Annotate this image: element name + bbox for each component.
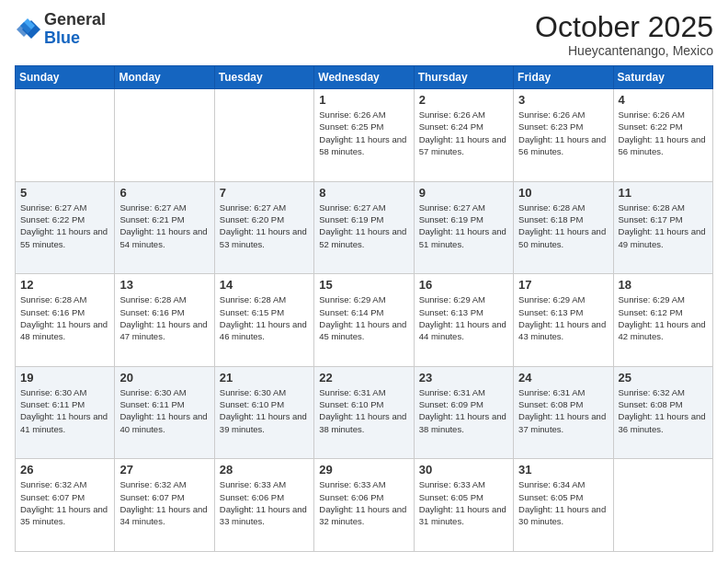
calendar-week-row: 5Sunrise: 6:27 AM Sunset: 6:22 PM Daylig…	[16, 181, 713, 274]
title-block: October 2025 Hueycantenango, Mexico	[535, 11, 713, 58]
day-number: 25	[619, 371, 708, 385]
table-row: 3Sunrise: 6:26 AM Sunset: 6:23 PM Daylig…	[514, 89, 613, 182]
table-row: 10Sunrise: 6:28 AM Sunset: 6:18 PM Dayli…	[514, 181, 613, 274]
table-row: 12Sunrise: 6:28 AM Sunset: 6:16 PM Dayli…	[16, 274, 115, 367]
table-row: 18Sunrise: 6:29 AM Sunset: 6:12 PM Dayli…	[613, 274, 712, 367]
day-info: Sunrise: 6:27 AM Sunset: 6:22 PM Dayligh…	[20, 201, 109, 250]
day-info: Sunrise: 6:31 AM Sunset: 6:08 PM Dayligh…	[518, 386, 608, 435]
day-number: 18	[619, 278, 708, 292]
day-number: 30	[419, 463, 508, 477]
day-number: 13	[119, 278, 209, 292]
day-info: Sunrise: 6:31 AM Sunset: 6:10 PM Dayligh…	[319, 386, 408, 435]
table-row: 24Sunrise: 6:31 AM Sunset: 6:08 PM Dayli…	[514, 366, 613, 459]
table-row: 14Sunrise: 6:28 AM Sunset: 6:15 PM Dayli…	[214, 274, 313, 367]
table-row	[613, 459, 712, 552]
day-info: Sunrise: 6:29 AM Sunset: 6:12 PM Dayligh…	[619, 293, 708, 342]
day-info: Sunrise: 6:26 AM Sunset: 6:23 PM Dayligh…	[518, 109, 608, 157]
table-row: 21Sunrise: 6:30 AM Sunset: 6:10 PM Dayli…	[214, 366, 313, 459]
day-number: 21	[220, 371, 309, 385]
table-row: 23Sunrise: 6:31 AM Sunset: 6:09 PM Dayli…	[414, 366, 513, 459]
day-info: Sunrise: 6:33 AM Sunset: 6:06 PM Dayligh…	[319, 478, 408, 527]
col-wednesday: Wednesday	[314, 66, 414, 89]
table-row: 20Sunrise: 6:30 AM Sunset: 6:11 PM Dayli…	[115, 366, 214, 459]
day-number: 24	[518, 371, 608, 385]
table-row: 9Sunrise: 6:27 AM Sunset: 6:19 PM Daylig…	[414, 181, 513, 274]
day-number: 15	[319, 278, 408, 292]
day-number: 23	[419, 371, 508, 385]
calendar-page: General Blue October 2025 Hueycantenango…	[0, 0, 728, 563]
day-number: 8	[319, 186, 408, 200]
day-number: 4	[619, 93, 708, 107]
day-info: Sunrise: 6:28 AM Sunset: 6:16 PM Dayligh…	[119, 293, 209, 342]
day-number: 20	[119, 371, 209, 385]
day-info: Sunrise: 6:30 AM Sunset: 6:11 PM Dayligh…	[119, 386, 209, 435]
page-header: General Blue October 2025 Hueycantenango…	[15, 11, 713, 58]
day-info: Sunrise: 6:26 AM Sunset: 6:22 PM Dayligh…	[619, 109, 708, 157]
col-friday: Friday	[514, 66, 613, 89]
table-row: 7Sunrise: 6:27 AM Sunset: 6:20 PM Daylig…	[214, 181, 313, 274]
col-saturday: Saturday	[613, 66, 712, 89]
logo: General Blue	[15, 11, 106, 48]
day-number: 14	[220, 278, 309, 292]
logo-blue-text: Blue	[44, 29, 80, 47]
day-info: Sunrise: 6:30 AM Sunset: 6:11 PM Dayligh…	[20, 386, 109, 435]
col-sunday: Sunday	[16, 66, 115, 89]
table-row: 22Sunrise: 6:31 AM Sunset: 6:10 PM Dayli…	[314, 366, 414, 459]
table-row: 8Sunrise: 6:27 AM Sunset: 6:19 PM Daylig…	[314, 181, 414, 274]
calendar-table: Sunday Monday Tuesday Wednesday Thursday…	[15, 65, 713, 552]
table-row: 29Sunrise: 6:33 AM Sunset: 6:06 PM Dayli…	[314, 459, 414, 552]
day-number: 12	[20, 278, 109, 292]
table-row: 4Sunrise: 6:26 AM Sunset: 6:22 PM Daylig…	[613, 89, 712, 182]
day-info: Sunrise: 6:27 AM Sunset: 6:19 PM Dayligh…	[419, 201, 508, 250]
table-row: 16Sunrise: 6:29 AM Sunset: 6:13 PM Dayli…	[414, 274, 513, 367]
table-row: 15Sunrise: 6:29 AM Sunset: 6:14 PM Dayli…	[314, 274, 414, 367]
table-row: 17Sunrise: 6:29 AM Sunset: 6:13 PM Dayli…	[514, 274, 613, 367]
day-info: Sunrise: 6:27 AM Sunset: 6:20 PM Dayligh…	[220, 201, 309, 250]
table-row: 19Sunrise: 6:30 AM Sunset: 6:11 PM Dayli…	[16, 366, 115, 459]
table-row: 6Sunrise: 6:27 AM Sunset: 6:21 PM Daylig…	[115, 181, 214, 274]
table-row: 13Sunrise: 6:28 AM Sunset: 6:16 PM Dayli…	[115, 274, 214, 367]
day-number: 11	[619, 186, 708, 200]
day-info: Sunrise: 6:26 AM Sunset: 6:25 PM Dayligh…	[319, 109, 408, 157]
day-info: Sunrise: 6:32 AM Sunset: 6:08 PM Dayligh…	[619, 386, 708, 435]
day-number: 19	[20, 371, 109, 385]
day-number: 29	[319, 463, 408, 477]
table-row: 28Sunrise: 6:33 AM Sunset: 6:06 PM Dayli…	[214, 459, 313, 552]
table-row: 5Sunrise: 6:27 AM Sunset: 6:22 PM Daylig…	[16, 181, 115, 274]
day-info: Sunrise: 6:32 AM Sunset: 6:07 PM Dayligh…	[20, 478, 109, 527]
day-number: 2	[419, 93, 508, 107]
table-row: 1Sunrise: 6:26 AM Sunset: 6:25 PM Daylig…	[314, 89, 414, 182]
day-info: Sunrise: 6:26 AM Sunset: 6:24 PM Dayligh…	[419, 109, 508, 157]
table-row: 11Sunrise: 6:28 AM Sunset: 6:17 PM Dayli…	[613, 181, 712, 274]
calendar-header-row: Sunday Monday Tuesday Wednesday Thursday…	[16, 66, 713, 89]
day-number: 17	[518, 278, 608, 292]
day-number: 10	[518, 186, 608, 200]
day-number: 5	[20, 186, 109, 200]
day-info: Sunrise: 6:28 AM Sunset: 6:15 PM Dayligh…	[220, 293, 309, 342]
logo-general-text: General	[44, 10, 106, 29]
day-info: Sunrise: 6:27 AM Sunset: 6:21 PM Dayligh…	[119, 201, 209, 250]
calendar-week-row: 1Sunrise: 6:26 AM Sunset: 6:25 PM Daylig…	[16, 89, 713, 182]
day-info: Sunrise: 6:28 AM Sunset: 6:18 PM Dayligh…	[518, 201, 608, 250]
calendar-week-row: 12Sunrise: 6:28 AM Sunset: 6:16 PM Dayli…	[16, 274, 713, 367]
month-title: October 2025	[535, 11, 713, 43]
day-number: 9	[419, 186, 508, 200]
table-row	[16, 89, 115, 182]
table-row: 25Sunrise: 6:32 AM Sunset: 6:08 PM Dayli…	[613, 366, 712, 459]
table-row: 30Sunrise: 6:33 AM Sunset: 6:05 PM Dayli…	[414, 459, 513, 552]
table-row: 27Sunrise: 6:32 AM Sunset: 6:07 PM Dayli…	[115, 459, 214, 552]
day-number: 3	[518, 93, 608, 107]
day-info: Sunrise: 6:28 AM Sunset: 6:16 PM Dayligh…	[20, 293, 109, 342]
day-info: Sunrise: 6:27 AM Sunset: 6:19 PM Dayligh…	[319, 201, 408, 250]
day-info: Sunrise: 6:33 AM Sunset: 6:06 PM Dayligh…	[220, 478, 309, 527]
day-info: Sunrise: 6:28 AM Sunset: 6:17 PM Dayligh…	[619, 201, 708, 250]
day-number: 28	[220, 463, 309, 477]
calendar-body: 1Sunrise: 6:26 AM Sunset: 6:25 PM Daylig…	[16, 89, 713, 552]
logo-icon	[15, 17, 40, 42]
location: Hueycantenango, Mexico	[535, 43, 713, 58]
day-number: 6	[119, 186, 209, 200]
day-info: Sunrise: 6:31 AM Sunset: 6:09 PM Dayligh…	[419, 386, 508, 435]
table-row: 2Sunrise: 6:26 AM Sunset: 6:24 PM Daylig…	[414, 89, 513, 182]
col-thursday: Thursday	[414, 66, 513, 89]
day-number: 1	[319, 93, 408, 107]
